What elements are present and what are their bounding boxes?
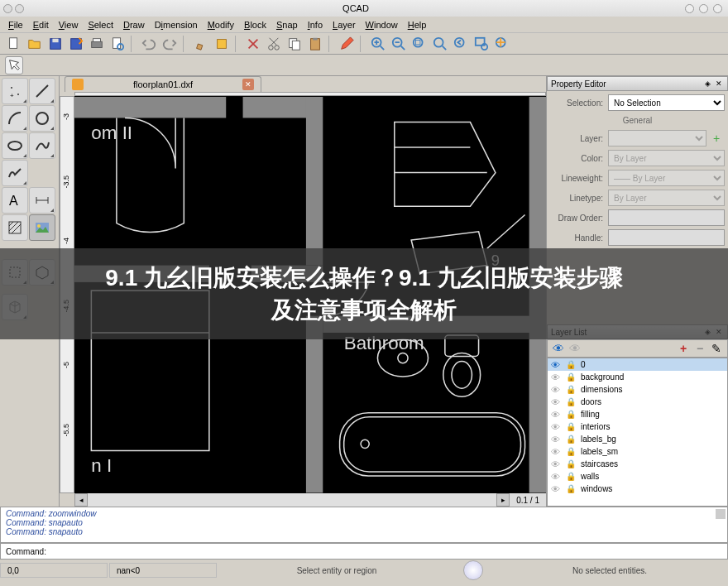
menu-draw[interactable]: Draw bbox=[120, 18, 148, 31]
brush-button[interactable] bbox=[192, 35, 210, 53]
horizontal-scrollbar[interactable]: ◂ ▸ 0.1 / 1 bbox=[74, 493, 546, 507]
menu-select[interactable]: Select bbox=[84, 18, 117, 31]
eye-icon[interactable]: 👁 bbox=[551, 422, 563, 432]
lock-icon[interactable]: 🔒 bbox=[566, 422, 577, 431]
text-tool[interactable]: A bbox=[2, 187, 28, 214]
linetype-dropdown[interactable]: By Layer bbox=[608, 190, 725, 206]
menu-block[interactable]: Block bbox=[241, 18, 270, 31]
saveas-button[interactable] bbox=[67, 35, 85, 53]
layer-showall-icon[interactable]: 👁 bbox=[551, 341, 566, 356]
spline-tool[interactable] bbox=[29, 132, 55, 159]
window-maximize-button[interactable] bbox=[699, 4, 708, 13]
zoom-extents-button[interactable] bbox=[410, 35, 429, 53]
lock-icon[interactable]: 🔒 bbox=[566, 435, 577, 444]
eye-icon[interactable]: 👁 bbox=[551, 459, 563, 469]
redo-button[interactable] bbox=[160, 35, 179, 53]
printpreview-button[interactable] bbox=[108, 35, 127, 53]
ellipse-tool[interactable] bbox=[2, 132, 28, 159]
window-pin-button[interactable] bbox=[15, 4, 24, 13]
layer-item[interactable]: 👁🔒interiors bbox=[548, 420, 727, 433]
layer-item[interactable]: 👁🔒staircases bbox=[548, 458, 727, 470]
eye-icon[interactable]: 👁 bbox=[551, 372, 563, 382]
window-menu-button[interactable] bbox=[3, 4, 12, 13]
menu-layer[interactable]: Layer bbox=[329, 18, 359, 31]
lock-icon[interactable]: 🔒 bbox=[566, 397, 577, 406]
scroll-left-button[interactable]: ◂ bbox=[74, 493, 88, 507]
paste-button[interactable] bbox=[306, 35, 324, 53]
layer-edit-button[interactable]: ✎ bbox=[709, 341, 724, 356]
cut-button[interactable] bbox=[265, 35, 283, 53]
menu-window[interactable]: Window bbox=[362, 18, 401, 31]
eye-icon[interactable]: 👁 bbox=[551, 385, 563, 395]
lock-icon[interactable]: 🔒 bbox=[566, 472, 577, 481]
circle-tool[interactable] bbox=[29, 105, 55, 132]
window-close-button[interactable] bbox=[713, 4, 722, 13]
layer-hideall-icon[interactable]: 👁 bbox=[568, 341, 582, 356]
window-minimize-button[interactable] bbox=[685, 4, 694, 13]
draworder-input[interactable] bbox=[608, 209, 725, 226]
doc-close-button[interactable]: ✕ bbox=[242, 79, 254, 90]
layer-item[interactable]: 👁🔒background bbox=[548, 371, 727, 383]
layer-item[interactable]: 👁🔒walls bbox=[548, 470, 727, 483]
point-tool[interactable]: + bbox=[2, 78, 28, 104]
lock-icon[interactable]: 🔒 bbox=[566, 385, 577, 394]
eye-icon[interactable]: 👁 bbox=[551, 360, 563, 370]
open-button[interactable] bbox=[26, 35, 44, 53]
menu-edit[interactable]: Edit bbox=[30, 18, 52, 31]
zoom-in-button[interactable] bbox=[369, 35, 387, 53]
eye-icon[interactable]: 👁 bbox=[551, 435, 563, 444]
menu-info[interactable]: Info bbox=[304, 18, 326, 31]
lock-icon[interactable]: 🔒 bbox=[566, 447, 577, 456]
lock-icon[interactable]: 🔒 bbox=[566, 360, 577, 369]
handle-input[interactable] bbox=[608, 229, 725, 246]
layer-item[interactable]: 👁🔒labels_bg bbox=[548, 433, 727, 445]
lock-icon[interactable]: 🔒 bbox=[566, 459, 577, 468]
polyline-tool[interactable] bbox=[2, 160, 28, 186]
hatch-tool[interactable] bbox=[2, 214, 28, 241]
add-layer-button[interactable]: + bbox=[708, 130, 725, 146]
pan-button[interactable] bbox=[493, 35, 511, 53]
edit-button[interactable] bbox=[338, 35, 356, 53]
new-button[interactable] bbox=[5, 35, 23, 53]
eye-icon[interactable]: 👁 bbox=[551, 410, 563, 420]
command-input[interactable] bbox=[50, 547, 722, 556]
layer-remove-button[interactable]: − bbox=[692, 341, 707, 356]
zoom-out-button[interactable] bbox=[390, 35, 408, 53]
zoom-window-button[interactable] bbox=[472, 35, 491, 53]
layer-dropdown[interactable] bbox=[608, 130, 706, 146]
copy-button[interactable] bbox=[285, 35, 304, 53]
scroll-right-button[interactable]: ▸ bbox=[496, 493, 510, 507]
layer-item[interactable]: 👁🔒filling bbox=[548, 408, 727, 420]
menu-snap[interactable]: Snap bbox=[273, 18, 301, 31]
arc-tool[interactable] bbox=[2, 105, 28, 132]
layer-item[interactable]: 👁🔒dimensions bbox=[548, 383, 727, 396]
layer-item[interactable]: 👁🔒windows bbox=[548, 483, 727, 495]
image-tool[interactable] bbox=[29, 214, 55, 241]
lock-icon[interactable]: 🔒 bbox=[566, 484, 577, 493]
lock-icon[interactable]: 🔒 bbox=[566, 372, 577, 382]
selection-dropdown[interactable]: No Selection bbox=[608, 94, 725, 111]
eye-icon[interactable]: 👁 bbox=[551, 472, 563, 482]
layer-item[interactable]: 👁🔒0 bbox=[548, 358, 727, 371]
color-dropdown[interactable]: By Layer bbox=[608, 150, 725, 166]
layer-item[interactable]: 👁🔒labels_sm bbox=[548, 445, 727, 458]
zoom-selection-button[interactable] bbox=[431, 35, 449, 53]
zoom-prev-button[interactable] bbox=[452, 35, 470, 53]
layer-add-button[interactable]: + bbox=[676, 341, 691, 356]
layer-item[interactable]: 👁🔒doors bbox=[548, 396, 727, 408]
eye-icon[interactable]: 👁 bbox=[551, 447, 563, 457]
selection-cursor-button[interactable] bbox=[5, 56, 23, 74]
lineweight-dropdown[interactable]: —— By Layer bbox=[608, 170, 725, 186]
panel-close-button[interactable]: ✕ bbox=[714, 79, 724, 89]
cmdlog-scroll[interactable] bbox=[716, 509, 726, 519]
line-tool[interactable] bbox=[29, 78, 55, 104]
document-tab[interactable]: floorplan01.dxf ✕ bbox=[65, 76, 261, 92]
eye-icon[interactable]: 👁 bbox=[551, 484, 563, 494]
save-button[interactable] bbox=[46, 35, 65, 53]
eye-icon[interactable]: 👁 bbox=[551, 397, 563, 407]
delete-button[interactable] bbox=[244, 35, 262, 53]
panel-undock-button[interactable]: ◈ bbox=[702, 79, 712, 89]
menu-dimension[interactable]: Dimension bbox=[151, 18, 201, 31]
print-button[interactable] bbox=[88, 35, 106, 53]
menu-modify[interactable]: Modify bbox=[204, 18, 237, 31]
